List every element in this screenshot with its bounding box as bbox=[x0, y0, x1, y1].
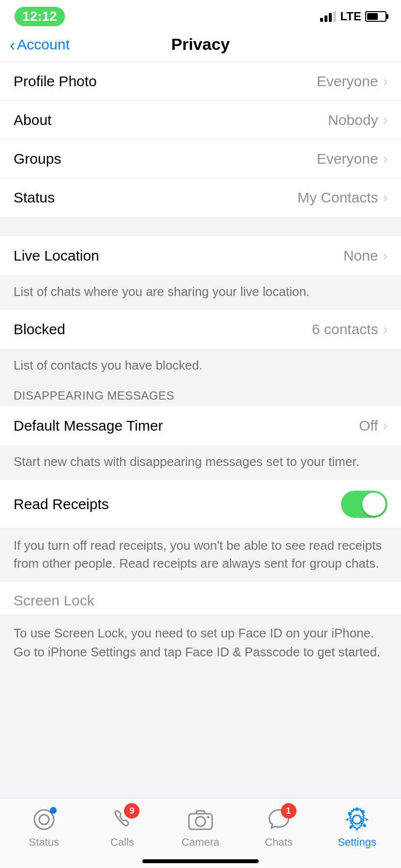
read-receipts-toggle[interactable] bbox=[341, 491, 387, 518]
live-location-group: Live Location None › bbox=[0, 236, 401, 275]
camera-icon bbox=[188, 809, 213, 830]
blocked-label: Blocked bbox=[14, 321, 65, 338]
back-button[interactable]: ‹ Account bbox=[10, 36, 70, 53]
read-receipts-label: Read Receipts bbox=[14, 496, 109, 512]
tab-settings-icon-wrap bbox=[343, 806, 370, 833]
read-receipts-row: Read Receipts bbox=[0, 480, 401, 529]
screen-lock-group: Screen Lock bbox=[0, 582, 401, 615]
blocked-value: 6 contacts › bbox=[312, 321, 387, 338]
bottom-spacer bbox=[0, 673, 401, 751]
read-receipts-description: If you turn off read receipts, you won't… bbox=[0, 529, 401, 582]
tab-settings[interactable]: Settings bbox=[318, 806, 396, 849]
back-chevron-icon: ‹ bbox=[10, 36, 15, 53]
groups-label: Groups bbox=[14, 151, 61, 167]
chevron-right-icon: › bbox=[383, 74, 387, 89]
nav-header: ‹ Account Privacy bbox=[0, 29, 401, 62]
status-icons: LTE bbox=[320, 10, 386, 23]
tab-camera-icon-wrap bbox=[187, 806, 214, 833]
status-dot-badge bbox=[50, 807, 57, 814]
tab-chats[interactable]: 1 Chats bbox=[240, 806, 318, 849]
status-row[interactable]: Status My Contacts › bbox=[0, 178, 401, 217]
chevron-right-icon: › bbox=[383, 190, 387, 205]
screen-lock-description: To use Screen Lock, you need to set up F… bbox=[0, 615, 401, 673]
privacy-group: Profile Photo Everyone › About Nobody › … bbox=[0, 62, 401, 217]
calls-badge: 9 bbox=[124, 803, 139, 819]
status-time: 12:12 bbox=[15, 7, 65, 26]
disappearing-messages-header: DISAPPEARING MESSAGES bbox=[0, 384, 401, 406]
blocked-description: List of contacts you have blocked. bbox=[0, 349, 401, 384]
chevron-right-icon: › bbox=[383, 248, 387, 264]
live-location-value: None › bbox=[343, 248, 387, 264]
svg-point-5 bbox=[207, 816, 209, 819]
status-value: My Contacts › bbox=[297, 189, 387, 206]
tab-calls-label: Calls bbox=[110, 836, 134, 849]
blocked-group: Blocked 6 contacts › bbox=[0, 310, 401, 349]
lte-label: LTE bbox=[340, 10, 361, 23]
tab-settings-label: Settings bbox=[338, 836, 376, 849]
back-label: Account bbox=[17, 36, 69, 53]
tab-chats-label: Chats bbox=[265, 836, 293, 849]
chevron-right-icon: › bbox=[383, 151, 387, 167]
svg-point-4 bbox=[196, 817, 205, 826]
screen-lock-label: Screen Lock bbox=[0, 582, 401, 615]
chevron-right-icon: › bbox=[383, 418, 387, 434]
default-timer-value: Off › bbox=[359, 418, 387, 434]
profile-photo-label: Profile Photo bbox=[14, 73, 97, 90]
groups-row[interactable]: Groups Everyone › bbox=[0, 140, 401, 178]
default-timer-description: Start new chats with disappearing messag… bbox=[0, 445, 401, 480]
content-area: Profile Photo Everyone › About Nobody › … bbox=[0, 62, 401, 751]
tab-chats-icon-wrap: 1 bbox=[265, 806, 293, 833]
about-row[interactable]: About Nobody › bbox=[0, 101, 401, 140]
live-location-row[interactable]: Live Location None › bbox=[0, 236, 401, 275]
tab-status-label: Status bbox=[29, 836, 59, 849]
about-value: Nobody › bbox=[328, 112, 387, 128]
default-timer-group: Default Message Timer Off › bbox=[0, 406, 401, 445]
tab-camera-label: Camera bbox=[182, 836, 219, 849]
section-separator bbox=[0, 217, 401, 236]
live-location-description: List of chats where you are sharing your… bbox=[0, 275, 401, 310]
chevron-right-icon: › bbox=[383, 322, 387, 337]
about-label: About bbox=[14, 112, 51, 128]
chevron-right-icon: › bbox=[383, 112, 387, 128]
status-bar: 12:12 LTE bbox=[0, 0, 401, 29]
page-title: Privacy bbox=[171, 35, 230, 54]
blocked-row[interactable]: Blocked 6 contacts › bbox=[0, 310, 401, 349]
settings-gear-icon bbox=[344, 807, 370, 832]
tab-camera[interactable]: Camera bbox=[161, 806, 240, 849]
status-label: Status bbox=[14, 189, 55, 206]
tab-status-icon-wrap bbox=[31, 806, 58, 833]
profile-photo-row[interactable]: Profile Photo Everyone › bbox=[0, 62, 401, 101]
tab-calls-icon-wrap: 9 bbox=[108, 806, 136, 833]
tab-status[interactable]: Status bbox=[5, 806, 83, 849]
svg-point-6 bbox=[353, 815, 361, 824]
svg-point-1 bbox=[39, 815, 49, 824]
tab-calls[interactable]: 9 Calls bbox=[83, 806, 162, 849]
read-receipts-group: Read Receipts bbox=[0, 480, 401, 529]
home-indicator bbox=[142, 859, 259, 863]
signal-icon bbox=[320, 11, 336, 22]
battery-icon bbox=[365, 11, 386, 22]
groups-value: Everyone › bbox=[317, 151, 387, 167]
chats-badge: 1 bbox=[281, 803, 296, 819]
default-timer-label: Default Message Timer bbox=[14, 418, 163, 434]
profile-photo-value: Everyone › bbox=[317, 73, 387, 90]
live-location-label: Live Location bbox=[14, 248, 99, 264]
default-timer-row[interactable]: Default Message Timer Off › bbox=[0, 406, 401, 445]
tab-bar: Status 9 Calls Camera 1 bbox=[0, 798, 401, 868]
